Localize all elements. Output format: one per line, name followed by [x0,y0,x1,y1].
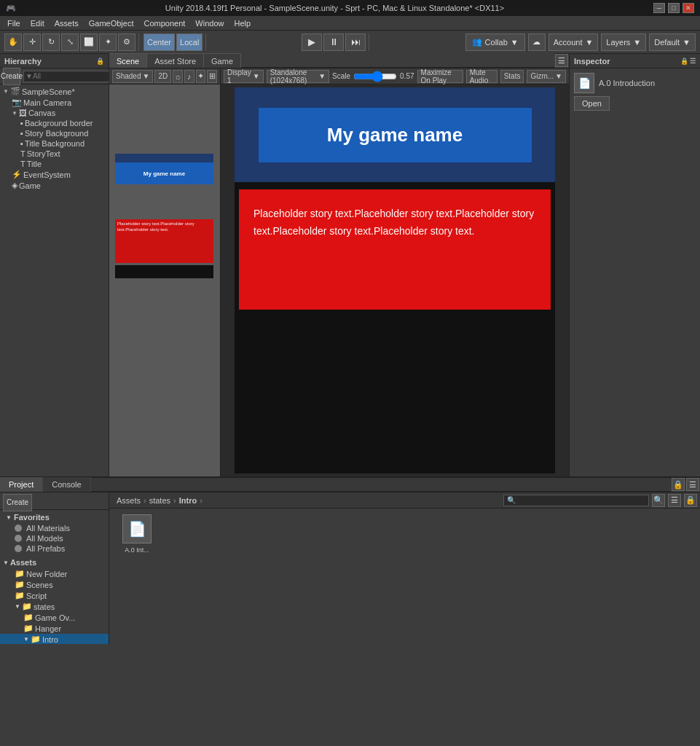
resolution-dropdown[interactable]: Standalone (1024x768) ▼ [267,70,329,83]
menu-assets[interactable]: Assets [50,17,83,29]
rotate-tool[interactable]: ↻ [42,34,60,51]
move-tool[interactable]: ✛ [23,34,41,51]
hierarchy-item[interactable]: ▪ Background border [0,118,109,128]
minimize-btn[interactable]: ─ [653,3,665,13]
hierarchy-item[interactable]: ▼ 🖼 Canvas [0,108,109,118]
maximize-btn[interactable]: □ [668,3,680,13]
project-create-btn[interactable]: Create [3,494,32,511]
collab-button[interactable]: 👥 Collab ▼ [465,34,525,51]
breadcrumb-intro[interactable]: Intro [179,496,197,505]
inspector-controls: 🔒 ☰ [680,58,696,65]
console-tab[interactable]: Console [43,477,90,492]
expand-icon: ▼ [3,88,9,95]
menu-edit[interactable]: Edit [26,17,49,29]
hierarchy-item[interactable]: ▪ Story Background [0,128,109,138]
play-btn[interactable]: ▶ [302,34,322,51]
hierarchy-item[interactable]: T Title [0,159,109,169]
favorites-all-materials[interactable]: All Materials [0,523,109,533]
toolbar: ✋ ✛ ↻ ⤡ ⬜ ✦ ⚙ Center Local ▶ ⏸ ⏭ 👥 Colla… [0,31,700,54]
pause-btn[interactable]: ⏸ [323,34,344,51]
bottom-panel-menu-icon[interactable]: ☰ [686,478,699,491]
shaded-dropdown[interactable]: Shaded ▼ [112,70,153,83]
local-toggle[interactable]: Local [176,34,202,51]
collab-dropdown-icon: ▼ [511,38,519,47]
close-btn[interactable]: ✕ [683,3,694,13]
hierarchy-content: ▼ 🎬 SampleScene* 📷 Main Camera ▼ 🖼 Canva… [0,85,109,476]
asset-store-tab[interactable]: Asset Store [147,53,204,68]
account-dropdown[interactable]: Account ▼ [548,34,599,51]
assets-intro[interactable]: ▼ 📁 Intro [0,634,109,644]
folder-icon: 📁 [15,580,25,589]
hierarchy-item[interactable]: T StoryText [0,149,109,159]
maximize-on-play-btn[interactable]: Maximize On Play [417,70,463,83]
bottom-panel-lock-icon[interactable]: 🔒 [672,478,685,491]
scene-tab[interactable]: Scene [109,53,147,68]
hierarchy-item[interactable]: ▪ Title Background [0,138,109,149]
favorites-section: ▼ Favorites All Materials All Models All… [0,510,109,555]
panel-options-btn[interactable]: ☰ [555,54,568,67]
hierarchy-search-input[interactable] [23,71,120,82]
project-search-input[interactable] [503,495,649,506]
inspector-open-btn[interactable]: Open [574,96,610,111]
assets-new-folder[interactable]: 📁 New Folder [0,568,109,579]
project-tab[interactable]: Project [0,477,43,492]
favorites-all-prefabs[interactable]: All Prefabs [0,543,109,554]
display-dropdown[interactable]: Display 1 ▼ [224,70,264,83]
twod-toggle[interactable]: 2D [154,70,171,83]
gizmos-btn[interactable]: Gizm... ▼ [527,70,566,83]
inspector-menu-icon[interactable]: ☰ [690,58,696,65]
hand-tool[interactable]: ✋ [4,34,22,51]
scene-gizmos-btn[interactable]: ⊞ [207,70,217,83]
pivot-tools: Center Local [143,34,206,51]
file-item[interactable]: 📄 A.0 Int... [115,514,159,554]
lock-panel-btn[interactable]: 🔒 [684,494,697,507]
title-bar-controls[interactable]: ─ □ ✕ [653,3,694,13]
favorites-all-models[interactable]: All Models [0,533,109,543]
cloud-btn[interactable]: ☁ [528,34,546,51]
game-bottom [235,310,555,474]
multi-tool[interactable]: ✦ [99,34,117,51]
hierarchy-item[interactable]: ⚡ EventSystem [0,169,109,180]
layers-dropdown[interactable]: Layers ▼ [601,34,646,51]
hierarchy-create-btn[interactable]: Create [3,68,20,85]
scene-fx-btn[interactable]: ✦ [196,70,206,83]
assets-header[interactable]: ▼ Assets [0,557,109,568]
search-toggle-btn[interactable]: 🔍 [652,494,665,507]
menu-file[interactable]: File [3,17,25,29]
step-btn[interactable]: ⏭ [345,34,366,51]
assets-item-label: Intro [42,635,58,644]
breadcrumb-states[interactable]: states [149,496,170,505]
breadcrumb-assets[interactable]: Assets [117,496,141,505]
menu-component[interactable]: Component [139,17,189,29]
scene-viewport[interactable]: My game name Placeholder story text.Plac… [109,85,220,476]
search-filter-btn[interactable]: ☰ [668,494,681,507]
stats-btn[interactable]: Stats [500,70,524,83]
menu-window[interactable]: Window [191,17,228,29]
default-dropdown[interactable]: Default ▼ [649,34,696,51]
hierarchy-item[interactable]: ◈ Game [0,180,109,191]
file-item-label: A.0 Int... [125,546,149,554]
hierarchy-item[interactable]: 📷 Main Camera [0,97,109,108]
hierarchy-title: Hierarchy [4,57,42,66]
assets-script[interactable]: 📁 Script [0,590,109,601]
scale-tool[interactable]: ⤡ [61,34,79,51]
menu-help[interactable]: Help [229,17,255,29]
assets-hanger[interactable]: 📁 Hanger [0,623,109,634]
menu-gameobject[interactable]: GameObject [84,17,138,29]
hierarchy-item[interactable]: ▼ 🎬 SampleScene* [0,86,109,97]
assets-states[interactable]: ▼ 📁 states [0,601,109,612]
custom-tool[interactable]: ⚙ [118,34,135,51]
scene-audio-btn[interactable]: ♪ [184,70,194,83]
assets-scenes[interactable]: 📁 Scenes [0,579,109,590]
center-toggle[interactable]: Center [143,34,175,51]
game-toolbar: Display 1 ▼ Standalone (1024x768) ▼ Scal… [221,68,569,85]
mute-audio-btn[interactable]: Mute Audio [466,70,498,83]
scene-lighting-btn[interactable]: ☼ [173,70,183,83]
game-tab[interactable]: Game [204,53,241,68]
folder-icon: 📁 [15,591,25,600]
scale-slider[interactable] [353,71,397,82]
shaded-label: Shaded [116,72,141,80]
inspector-lock-icon[interactable]: 🔒 [680,58,688,65]
rect-tool[interactable]: ⬜ [80,34,98,51]
assets-game-ov[interactable]: 📁 Game Ov... [0,612,109,623]
